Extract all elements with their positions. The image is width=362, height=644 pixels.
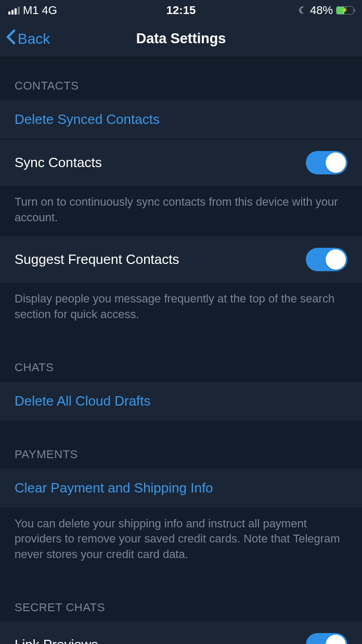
section-header-payments: PAYMENTS [0, 421, 362, 469]
delete-cloud-drafts-button[interactable]: Delete All Cloud Drafts [0, 382, 362, 421]
section-header-secret-chats: SECRET CHATS [0, 574, 362, 622]
link-previews-toggle[interactable] [306, 633, 347, 644]
section-header-contacts: CONTACTS [0, 57, 362, 100]
delete-synced-contacts-button[interactable]: Delete Synced Contacts [0, 100, 362, 140]
delete-synced-contacts-label: Delete Synced Contacts [15, 111, 160, 128]
dnd-moon-icon: ☾ [299, 5, 307, 16]
link-previews-row: Link Previews [0, 622, 362, 644]
suggest-frequent-label: Suggest Frequent Contacts [15, 251, 179, 268]
network-label: 4G [42, 4, 57, 17]
back-label: Back [18, 31, 50, 47]
content-area: CONTACTS Delete Synced Contacts Sync Con… [0, 57, 362, 644]
sync-contacts-toggle[interactable] [306, 151, 347, 174]
status-left: M1 4G [8, 4, 57, 17]
battery-icon: ⚡ [336, 6, 354, 15]
battery-percent: 48% [310, 4, 333, 17]
status-time: 12:15 [166, 4, 196, 17]
sync-contacts-footer: Turn on to continuously sync contacts fr… [0, 186, 362, 236]
carrier-label: M1 [23, 4, 39, 17]
chevron-left-icon [6, 29, 16, 48]
delete-cloud-drafts-label: Delete All Cloud Drafts [15, 393, 151, 409]
link-previews-label: Link Previews [15, 637, 98, 644]
payments-footer: You can delete your shipping info and in… [0, 508, 362, 574]
clear-payment-info-button[interactable]: Clear Payment and Shipping Info [0, 469, 362, 508]
sync-contacts-row: Sync Contacts [0, 140, 362, 186]
nav-bar: Back Data Settings [0, 21, 362, 57]
status-right: ☾ 48% ⚡ [299, 4, 354, 17]
back-button[interactable]: Back [0, 29, 50, 48]
section-header-chats: CHATS [0, 334, 362, 382]
suggest-frequent-footer: Display people you message frequently at… [0, 283, 362, 333]
status-bar: M1 4G 12:15 ☾ 48% ⚡ [0, 0, 362, 21]
suggest-frequent-toggle[interactable] [306, 248, 347, 271]
sync-contacts-label: Sync Contacts [15, 155, 102, 171]
signal-icon [8, 7, 20, 15]
suggest-frequent-row: Suggest Frequent Contacts [0, 236, 362, 283]
clear-payment-info-label: Clear Payment and Shipping Info [15, 480, 213, 496]
page-title: Data Settings [136, 31, 226, 47]
